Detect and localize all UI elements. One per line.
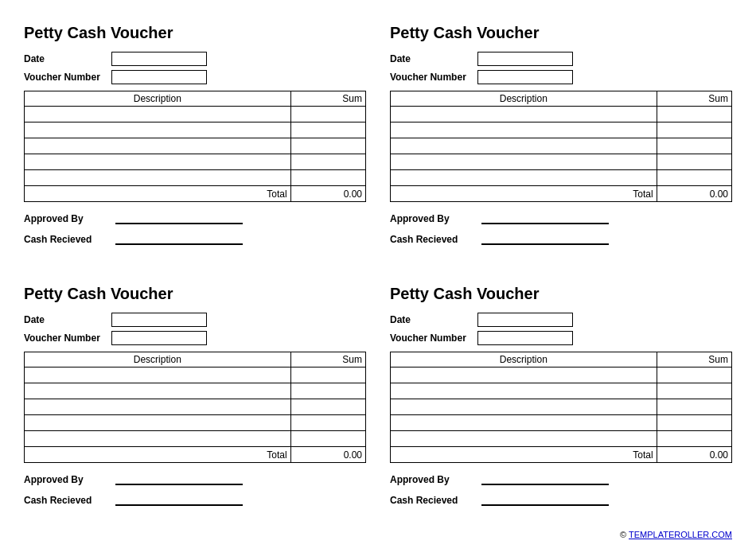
voucher-3-table-wrapper: Description Sum Total 0.00 bbox=[24, 352, 366, 463]
voucher-3-desc-header: Description bbox=[25, 352, 291, 368]
voucher-4-cash-line bbox=[481, 493, 609, 506]
voucher-1-total-value: 0.00 bbox=[290, 186, 365, 202]
voucher-1-number-input[interactable] bbox=[111, 70, 207, 84]
voucher-3-cash-row: Cash Recieved bbox=[24, 493, 366, 506]
voucher-2-title: Petty Cash Voucher bbox=[390, 24, 732, 42]
voucher-3-sum-header: Sum bbox=[290, 352, 365, 368]
voucher-4-approved-label: Approved By bbox=[390, 474, 477, 485]
table-row bbox=[391, 368, 732, 383]
voucher-4-desc-header: Description bbox=[391, 352, 657, 368]
voucher-4-cash-label: Cash Recieved bbox=[390, 495, 477, 506]
voucher-3-date-input[interactable] bbox=[111, 313, 207, 327]
voucher-1-signature: Approved By Cash Recieved bbox=[24, 212, 366, 245]
voucher-1-cash-label: Cash Recieved bbox=[24, 234, 111, 245]
voucher-4-title: Petty Cash Voucher bbox=[390, 285, 732, 303]
voucher-3-cash-line bbox=[115, 493, 243, 506]
voucher-1-desc-header: Description bbox=[25, 91, 291, 107]
voucher-2-total-label: Total bbox=[391, 186, 657, 202]
voucher-2-date-label: Date bbox=[390, 53, 477, 64]
table-row bbox=[391, 415, 732, 431]
voucher-2-table-wrapper: Description Sum Total 0.00 bbox=[390, 91, 732, 202]
table-row bbox=[391, 138, 732, 154]
voucher-3-signature: Approved By Cash Recieved bbox=[24, 472, 366, 506]
table-row bbox=[391, 122, 732, 138]
table-row bbox=[25, 399, 366, 415]
voucher-1-date-row: Date bbox=[24, 52, 366, 66]
table-row bbox=[25, 415, 366, 431]
table-row bbox=[391, 154, 732, 170]
voucher-4: Petty Cash Voucher Date Voucher Number D… bbox=[390, 277, 732, 522]
voucher-4-total-label: Total bbox=[391, 447, 657, 463]
page: Petty Cash Voucher Date Voucher Number D… bbox=[0, 0, 756, 560]
voucher-2-approved-line bbox=[481, 212, 609, 224]
voucher-4-table: Description Sum Total 0.00 bbox=[390, 352, 732, 463]
voucher-3-table: Description Sum Total 0.00 bbox=[24, 352, 366, 463]
voucher-3-number-input[interactable] bbox=[111, 331, 207, 345]
voucher-3-number-row: Voucher Number bbox=[24, 331, 366, 345]
table-row bbox=[25, 368, 366, 383]
voucher-1-number-label: Voucher Number bbox=[24, 72, 111, 83]
voucher-2-desc-header: Description bbox=[391, 91, 657, 107]
voucher-1-total-row: Total 0.00 bbox=[25, 186, 366, 202]
voucher-2-total-row: Total 0.00 bbox=[391, 186, 732, 202]
voucher-3-total-row: Total 0.00 bbox=[25, 447, 366, 463]
voucher-4-total-row: Total 0.00 bbox=[391, 447, 732, 463]
voucher-4-number-input[interactable] bbox=[477, 331, 573, 345]
voucher-3: Petty Cash Voucher Date Voucher Number D… bbox=[24, 277, 366, 522]
voucher-1-table: Description Sum Total 0.00 bbox=[24, 91, 366, 202]
voucher-2-cash-row: Cash Recieved bbox=[390, 232, 732, 245]
voucher-1-date-label: Date bbox=[24, 53, 111, 64]
voucher-1-approved-row: Approved By bbox=[24, 212, 366, 224]
table-row bbox=[391, 383, 732, 399]
voucher-4-cash-row: Cash Recieved bbox=[390, 493, 732, 506]
voucher-1-approved-label: Approved By bbox=[24, 213, 111, 224]
voucher-2-table: Description Sum Total 0.00 bbox=[390, 91, 732, 202]
voucher-3-title: Petty Cash Voucher bbox=[24, 285, 366, 303]
voucher-1-total-label: Total bbox=[25, 186, 291, 202]
voucher-1-date-input[interactable] bbox=[111, 52, 207, 66]
voucher-1-sum-header: Sum bbox=[290, 91, 365, 107]
voucher-1-cash-row: Cash Recieved bbox=[24, 232, 366, 245]
voucher-2: Petty Cash Voucher Date Voucher Number D… bbox=[390, 16, 732, 261]
voucher-2-sum-header: Sum bbox=[657, 91, 731, 107]
voucher-4-sum-header: Sum bbox=[657, 352, 731, 368]
voucher-2-signature: Approved By Cash Recieved bbox=[390, 212, 732, 245]
voucher-1-approved-line bbox=[115, 212, 243, 224]
voucher-2-approved-label: Approved By bbox=[390, 213, 477, 224]
voucher-4-total-value: 0.00 bbox=[657, 447, 731, 463]
voucher-1-number-row: Voucher Number bbox=[24, 70, 366, 84]
voucher-4-table-wrapper: Description Sum Total 0.00 bbox=[390, 352, 732, 463]
voucher-1: Petty Cash Voucher Date Voucher Number D… bbox=[24, 16, 366, 261]
voucher-3-approved-row: Approved By bbox=[24, 472, 366, 485]
voucher-2-number-row: Voucher Number bbox=[390, 70, 732, 84]
table-row bbox=[391, 107, 732, 122]
voucher-3-date-label: Date bbox=[24, 314, 111, 325]
footer-copyright: © bbox=[620, 530, 629, 539]
table-row bbox=[25, 170, 366, 186]
voucher-4-date-input[interactable] bbox=[477, 313, 573, 327]
table-row bbox=[391, 170, 732, 186]
voucher-2-number-input[interactable] bbox=[477, 70, 573, 84]
voucher-4-number-row: Voucher Number bbox=[390, 331, 732, 345]
voucher-2-number-label: Voucher Number bbox=[390, 72, 477, 83]
voucher-3-total-value: 0.00 bbox=[290, 447, 365, 463]
footer-link[interactable]: TEMPLATEROLLER.COM bbox=[629, 530, 732, 539]
voucher-2-cash-line bbox=[481, 232, 609, 245]
voucher-1-title: Petty Cash Voucher bbox=[24, 24, 366, 42]
table-row bbox=[25, 107, 366, 122]
voucher-2-date-row: Date bbox=[390, 52, 732, 66]
voucher-4-signature: Approved By Cash Recieved bbox=[390, 472, 732, 506]
voucher-4-date-row: Date bbox=[390, 313, 732, 327]
voucher-4-approved-line bbox=[481, 472, 609, 485]
table-row bbox=[391, 399, 732, 415]
table-row bbox=[25, 138, 366, 154]
voucher-3-cash-label: Cash Recieved bbox=[24, 495, 111, 506]
voucher-2-date-input[interactable] bbox=[477, 52, 573, 66]
voucher-3-approved-line bbox=[115, 472, 243, 485]
voucher-3-date-row: Date bbox=[24, 313, 366, 327]
voucher-3-approved-label: Approved By bbox=[24, 474, 111, 485]
footer: © TEMPLATEROLLER.COM bbox=[24, 530, 732, 539]
table-row bbox=[25, 122, 366, 138]
table-row bbox=[25, 383, 366, 399]
voucher-1-cash-line bbox=[115, 232, 243, 245]
